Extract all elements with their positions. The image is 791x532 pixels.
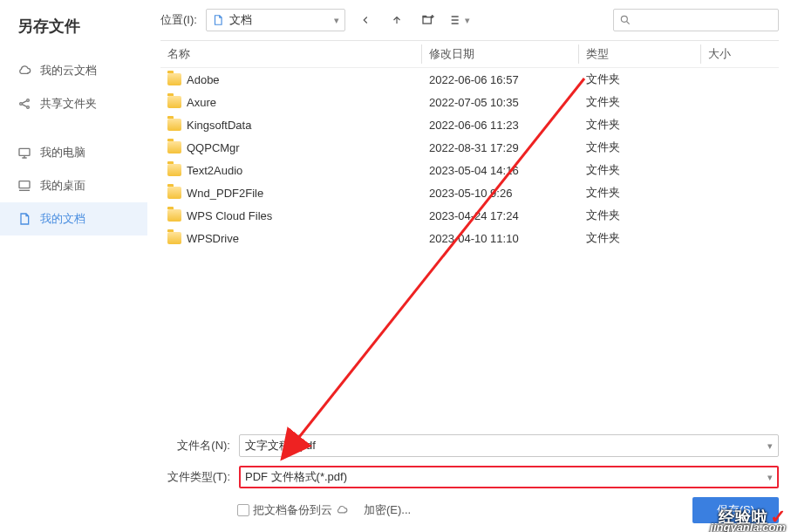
cloud-icon: [336, 504, 348, 516]
file-type: 文件夹: [579, 204, 701, 227]
file-type: 文件夹: [579, 181, 701, 204]
sidebar-item-documents[interactable]: 我的文档: [0, 202, 147, 235]
file-name: Adobe: [187, 73, 220, 86]
checkbox-icon: [237, 504, 249, 516]
location-label: 位置(I):: [160, 12, 197, 28]
file-size: [701, 113, 779, 136]
table-row[interactable]: WPS Cloud Files2023-04-24 17:24文件夹: [160, 204, 779, 227]
filename-label: 文件名(N):: [160, 438, 230, 454]
file-size: [701, 68, 779, 92]
file-size: [701, 227, 779, 249]
filetype-value: PDF 文件格式(*.pdf): [245, 469, 767, 485]
file-size: [701, 204, 779, 227]
folder-icon: [167, 96, 181, 108]
folder-icon: [167, 141, 181, 153]
view-button[interactable]: ▾: [448, 9, 471, 31]
folder-icon: [167, 187, 181, 199]
file-name: QQPCMgr: [187, 141, 240, 154]
bottom-panel: 文件名(N): 文字文稿2.pdf ▾ 文件类型(T): PDF 文件格式(*.…: [160, 427, 779, 523]
documents-icon: [17, 212, 31, 226]
encrypt-button[interactable]: 加密(E)...: [364, 502, 411, 518]
table-header-row: 名称 修改日期 类型 大小: [160, 41, 779, 68]
backup-label: 把文档备份到云: [253, 502, 332, 518]
location-value: 文档: [229, 12, 252, 28]
file-modified: 2022-06-06 16:57: [422, 68, 579, 92]
sidebar: 另存文件 我的云文档 共享文件夹 我的电脑 我的桌面 我的文档: [0, 0, 148, 532]
search-input[interactable]: [631, 14, 778, 27]
sidebar-item-label: 我的云文档: [40, 63, 97, 78]
file-modified: 2023-04-10 11:10: [422, 227, 579, 249]
file-name: WPS Cloud Files: [187, 209, 272, 222]
file-type: 文件夹: [579, 159, 701, 181]
table-row[interactable]: KingsoftData2022-06-06 11:23文件夹: [160, 113, 779, 136]
file-type: 文件夹: [579, 113, 701, 136]
folder-icon: [167, 73, 181, 85]
filename-value: 文字文稿2.pdf: [245, 438, 767, 454]
filetype-select[interactable]: PDF 文件格式(*.pdf) ▾: [239, 466, 779, 488]
table-row[interactable]: Adobe2022-06-06 16:57文件夹: [160, 68, 779, 92]
sidebar-item-label: 共享文件夹: [40, 96, 97, 112]
col-modified[interactable]: 修改日期: [422, 41, 579, 68]
sidebar-item-shared[interactable]: 共享文件夹: [0, 87, 147, 120]
file-modified: 2023-05-04 14:16: [422, 159, 579, 181]
sidebar-item-label: 我的桌面: [40, 178, 85, 194]
dialog-title: 另存文件: [0, 16, 147, 54]
col-type[interactable]: 类型: [579, 41, 701, 68]
sidebar-item-label: 我的文档: [40, 211, 85, 227]
toolbar: 位置(I): 文档 ▾ ▾: [160, 9, 779, 40]
file-size: [701, 91, 779, 113]
chevron-down-icon: ▾: [767, 440, 773, 452]
filetype-label: 文件类型(T):: [160, 469, 230, 485]
file-size: [701, 136, 779, 159]
search-icon: [619, 14, 631, 26]
table-row[interactable]: WPSDrive2023-04-10 11:10文件夹: [160, 227, 779, 249]
file-size: [701, 159, 779, 181]
table-row[interactable]: Axure2022-07-05 10:35文件夹: [160, 91, 779, 113]
file-name: Text2Audio: [187, 164, 242, 177]
svg-point-6: [621, 16, 627, 22]
file-name: WPSDrive: [187, 232, 239, 245]
table-row[interactable]: QQPCMgr2022-08-31 17:29文件夹: [160, 136, 779, 159]
watermark-url: jingyanla.com: [710, 521, 786, 532]
cloud-icon: [17, 64, 31, 78]
chevron-down-icon: ▾: [465, 15, 470, 26]
file-modified: 2022-08-31 17:29: [422, 136, 579, 159]
folder-icon: [167, 209, 181, 222]
file-modified: 2022-06-06 11:23: [422, 113, 579, 136]
file-type: 文件夹: [579, 136, 701, 159]
svg-point-1: [27, 99, 30, 102]
folder-icon: [167, 119, 181, 131]
col-name[interactable]: 名称: [160, 41, 422, 68]
computer-icon: [17, 146, 31, 160]
file-size: [701, 181, 779, 204]
table-row[interactable]: Text2Audio2023-05-04 14:16文件夹: [160, 159, 779, 181]
sidebar-item-cloud-docs[interactable]: 我的云文档: [0, 54, 147, 87]
file-modified: 2022-07-05 10:35: [422, 91, 579, 113]
backup-checkbox[interactable]: 把文档备份到云: [237, 502, 348, 518]
main-panel: 位置(I): 文档 ▾ ▾: [148, 0, 791, 532]
up-button[interactable]: [385, 9, 408, 31]
file-name: Axure: [187, 96, 216, 109]
svg-rect-4: [19, 181, 30, 188]
file-list: 名称 修改日期 类型 大小 Adobe2022-06-06 16:57文件夹Ax…: [160, 40, 779, 427]
search-box[interactable]: [613, 9, 779, 31]
desktop-icon: [17, 179, 31, 193]
file-type: 文件夹: [579, 91, 701, 113]
svg-rect-3: [19, 148, 30, 155]
chevron-down-icon: ▾: [334, 15, 339, 26]
back-button[interactable]: [354, 9, 377, 31]
table-row[interactable]: Wnd_PDF2File2023-05-10 9:26文件夹: [160, 181, 779, 204]
folder-icon: [167, 232, 181, 244]
file-type: 文件夹: [579, 227, 701, 249]
filename-input[interactable]: 文字文稿2.pdf ▾: [239, 434, 779, 457]
new-folder-button[interactable]: [417, 9, 440, 31]
col-size[interactable]: 大小: [701, 41, 779, 68]
file-modified: 2023-04-24 17:24: [422, 204, 579, 227]
file-name: KingsoftData: [187, 119, 251, 132]
folder-icon: [167, 164, 181, 176]
file-type: 文件夹: [579, 68, 701, 92]
file-name: Wnd_PDF2File: [187, 187, 263, 200]
location-select[interactable]: 文档 ▾: [206, 9, 345, 31]
sidebar-item-computer[interactable]: 我的电脑: [0, 136, 147, 169]
sidebar-item-desktop[interactable]: 我的桌面: [0, 169, 147, 202]
